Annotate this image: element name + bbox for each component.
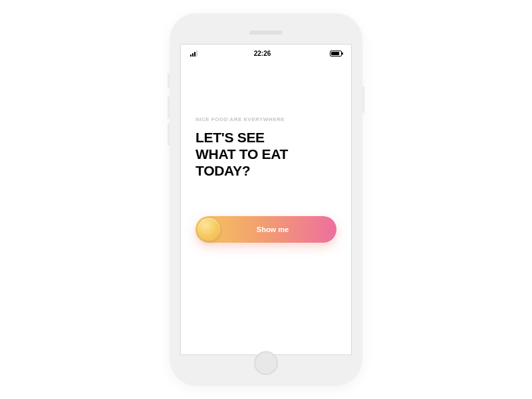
phone-frame: 22:26 NICE FOOD ARE EVERYWHERE LET'S SEE… (170, 13, 362, 386)
screen: 22:26 NICE FOOD ARE EVERYWHERE LET'S SEE… (180, 44, 352, 355)
show-me-button[interactable]: Show me (196, 216, 336, 243)
status-time: 22:26 (254, 50, 271, 57)
main-content: NICE FOOD ARE EVERYWHERE LET'S SEE WHAT … (181, 60, 351, 180)
headline: LET'S SEE WHAT TO EAT TODAY? (196, 129, 336, 180)
volume-down-button (168, 123, 170, 146)
slider-knob-icon[interactable] (198, 218, 220, 241)
home-button[interactable] (254, 351, 278, 375)
subtitle: NICE FOOD ARE EVERYWHERE (196, 116, 336, 122)
status-bar: 22:26 (181, 45, 351, 60)
status-battery (327, 51, 342, 57)
volume-up-button (168, 96, 170, 119)
speaker (249, 31, 283, 35)
power-button (362, 86, 364, 113)
signal-icon (190, 51, 198, 57)
battery-icon (330, 51, 342, 57)
mute-switch (168, 73, 170, 88)
phone-inner: 22:26 NICE FOOD ARE EVERYWHERE LET'S SEE… (176, 20, 356, 379)
status-signal (190, 51, 198, 57)
